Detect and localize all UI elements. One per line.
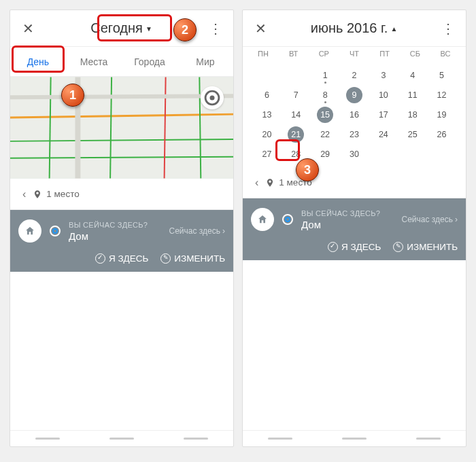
map-svg	[10, 77, 233, 179]
home-icon	[251, 208, 274, 231]
empty-area	[243, 260, 466, 430]
calendar-day[interactable]: 14	[282, 105, 311, 124]
calendar-day[interactable]: 28	[282, 145, 311, 163]
calendar-day[interactable]: 7	[282, 86, 311, 104]
radio-indicator[interactable]	[282, 214, 293, 225]
calendar-day	[427, 145, 456, 163]
title-text: июнь 2016 г.	[311, 20, 388, 35]
action-here[interactable]: Я ЗДЕСЬ	[95, 253, 148, 264]
tabs: День Места Города Мир	[10, 47, 233, 77]
calendar-day	[369, 145, 398, 163]
calendar-grid: 1234567891011121314151617181920212223242…	[243, 65, 466, 167]
summary-text: 1 место	[46, 189, 79, 199]
action-here[interactable]: Я ЗДЕСЬ	[328, 242, 381, 252]
calendar-day[interactable]: 19	[427, 105, 456, 124]
calendar-day[interactable]: 11	[398, 86, 427, 104]
calendar-day[interactable]: 18	[398, 105, 427, 124]
card-location: Дом	[301, 219, 394, 230]
header: ✕ Сегодня▼ ⋮	[10, 10, 233, 47]
pencil-icon	[393, 242, 403, 252]
action-edit[interactable]: ИЗМЕНИТЬ	[160, 253, 225, 264]
title-text: Сегодня	[90, 20, 143, 35]
calendar-day[interactable]: 16	[340, 105, 369, 124]
android-navbar	[10, 430, 233, 446]
phone-left: ✕ Сегодня▼ ⋮ День Места Города Мир	[10, 10, 234, 447]
calendar-day[interactable]: 12	[427, 86, 456, 104]
radio-indicator[interactable]	[50, 226, 61, 236]
summary-text: 1 место	[279, 177, 311, 188]
tab-day[interactable]: День	[10, 47, 66, 76]
calendar-day[interactable]: 5	[427, 66, 456, 84]
menu-icon[interactable]: ⋮	[437, 16, 458, 41]
chevron-left-icon[interactable]: ‹	[250, 173, 264, 193]
calendar-day[interactable]: 29	[311, 145, 340, 163]
calendar-day[interactable]: 1	[311, 66, 340, 84]
calendar-day[interactable]: 20	[252, 125, 282, 143]
tab-places[interactable]: Места	[66, 47, 122, 76]
calendar-day[interactable]: 25	[398, 125, 427, 143]
empty-area	[10, 272, 233, 430]
calendar-weekdays: ПН ВТ СР ЧТ ПТ СБ ВС	[243, 47, 466, 65]
pencil-icon	[160, 253, 171, 264]
title-dropdown[interactable]: Сегодня▼	[38, 20, 205, 36]
title-dropdown[interactable]: июнь 2016 г.▲	[271, 20, 437, 36]
calendar-day[interactable]: 24	[369, 125, 398, 143]
locate-button[interactable]	[201, 86, 224, 109]
calendar-day[interactable]: 21	[282, 125, 311, 143]
calendar-day[interactable]: 26	[427, 125, 456, 143]
map[interactable]	[10, 77, 233, 179]
pin-icon	[265, 178, 275, 188]
calendar-day	[398, 145, 427, 163]
calendar-day[interactable]: 27	[252, 145, 282, 163]
close-icon[interactable]: ✕	[18, 16, 38, 41]
close-icon[interactable]: ✕	[251, 16, 271, 41]
calendar-day[interactable]: 3	[369, 66, 398, 84]
calendar-day[interactable]: 13	[252, 105, 282, 124]
tab-cities[interactable]: Города	[122, 47, 177, 76]
calendar-day[interactable]: 15	[311, 105, 340, 124]
check-icon	[328, 242, 338, 252]
calendar-day[interactable]: 4	[398, 66, 427, 84]
calendar-day[interactable]: 17	[369, 105, 398, 124]
summary-bar: ‹ 1 место	[10, 179, 233, 210]
calendar-day[interactable]: 23	[340, 125, 369, 143]
home-icon	[18, 219, 41, 243]
chevron-left-icon[interactable]: ‹	[17, 184, 31, 205]
header: ✕ июнь 2016 г.▲ ⋮	[243, 10, 466, 47]
location-card: ВЫ СЕЙЧАС ЗДЕСЬ? Дом Сейчас здесь › Я ЗД…	[10, 210, 233, 272]
now-here-link[interactable]: Сейчас здесь ›	[402, 215, 458, 224]
menu-icon[interactable]: ⋮	[205, 16, 225, 41]
target-icon	[201, 86, 224, 109]
caret-up-icon: ▲	[390, 25, 397, 33]
card-location: Дом	[69, 230, 161, 242]
calendar-day[interactable]: 9	[340, 86, 369, 104]
caret-down-icon: ▼	[146, 25, 152, 33]
check-icon	[95, 253, 105, 264]
calendar-day	[282, 66, 311, 84]
action-edit[interactable]: ИЗМЕНИТЬ	[393, 242, 458, 252]
calendar-day	[252, 66, 282, 84]
summary-bar: ‹ 1 место	[243, 167, 466, 198]
calendar-day[interactable]: 10	[369, 86, 398, 104]
now-here-link[interactable]: Сейчас здесь ›	[169, 226, 225, 236]
calendar-day[interactable]: 22	[311, 125, 340, 143]
phone-right: ✕ июнь 2016 г.▲ ⋮ ПН ВТ СР ЧТ ПТ СБ ВС 1…	[242, 10, 466, 447]
calendar-day[interactable]: 6	[252, 86, 282, 104]
location-card: ВЫ СЕЙЧАС ЗДЕСЬ? Дом Сейчас здесь › Я ЗД…	[243, 198, 466, 260]
calendar-day[interactable]: 30	[340, 145, 369, 163]
svg-point-2	[209, 95, 214, 100]
pin-icon	[33, 190, 42, 199]
tab-world[interactable]: Мир	[177, 47, 233, 76]
calendar-day[interactable]: 2	[340, 66, 369, 84]
android-navbar	[243, 430, 466, 446]
calendar-day[interactable]: 8	[311, 86, 340, 104]
card-question: ВЫ СЕЙЧАС ЗДЕСЬ?	[301, 209, 394, 217]
card-question: ВЫ СЕЙЧАС ЗДЕСЬ?	[69, 221, 161, 229]
